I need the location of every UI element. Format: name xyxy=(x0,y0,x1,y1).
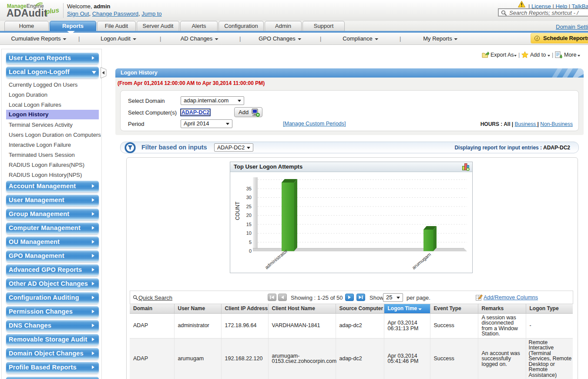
svg-text:administrator: administrator xyxy=(264,248,289,270)
svg-text:10: 10 xyxy=(246,230,252,236)
svg-text:15: 15 xyxy=(246,222,252,227)
svg-text:5: 5 xyxy=(249,240,252,245)
svg-text:COUNT: COUNT xyxy=(235,201,241,220)
svg-text:35: 35 xyxy=(246,186,252,191)
svg-text:20: 20 xyxy=(246,213,252,218)
svg-text:0: 0 xyxy=(249,248,252,254)
svg-text:arumugam: arumugam xyxy=(411,251,432,270)
svg-text:30: 30 xyxy=(246,195,252,200)
svg-text:25: 25 xyxy=(246,204,252,209)
